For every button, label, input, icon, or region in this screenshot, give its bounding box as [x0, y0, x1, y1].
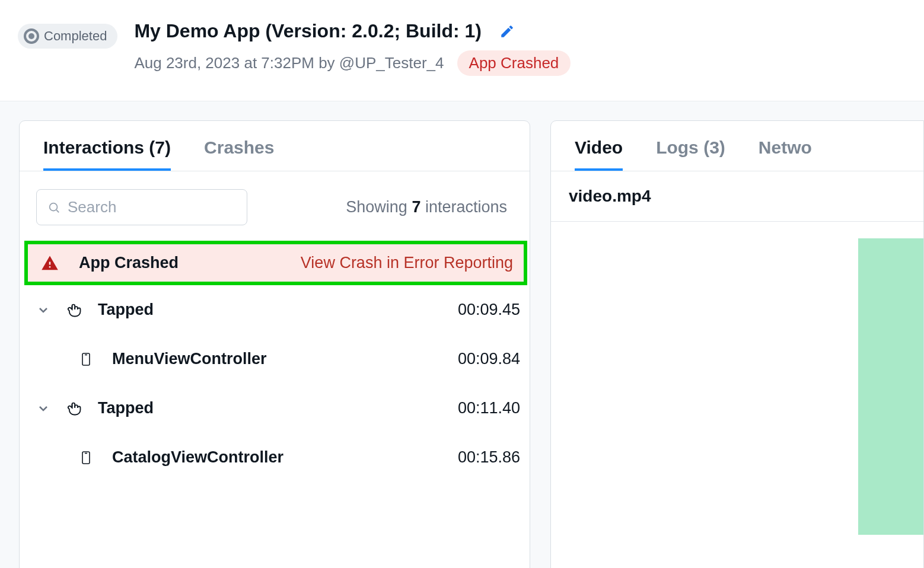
left-column: Interactions (7) Crashes Showing 7 inter…: [0, 101, 530, 568]
svg-line-1: [56, 210, 59, 212]
warning-icon: [41, 254, 59, 272]
interaction-row[interactable]: Tapped 00:11.40: [20, 384, 530, 433]
status-text: Completed: [44, 28, 107, 44]
crash-row-link[interactable]: View Crash in Error Reporting: [301, 254, 513, 272]
device-icon: [79, 449, 93, 467]
crash-row[interactable]: App Crashed View Crash in Error Reportin…: [24, 241, 527, 285]
tab-interactions[interactable]: Interactions (7): [43, 138, 171, 171]
search-icon: [47, 201, 60, 214]
interaction-rows: App Crashed View Crash in Error Reportin…: [20, 241, 530, 568]
tab-network[interactable]: Netwo: [759, 138, 812, 171]
chevron-down-icon[interactable]: [36, 401, 50, 416]
status-pill: Completed: [18, 24, 117, 49]
interaction-time: 00:09.45: [458, 301, 520, 319]
interaction-label: CatalogViewController: [112, 448, 283, 467]
video-area[interactable]: [551, 222, 923, 568]
right-tabs: Video Logs (3) Netwo: [551, 121, 923, 171]
interactions-panel: Interactions (7) Crashes Showing 7 inter…: [19, 120, 530, 568]
crash-row-title: App Crashed: [79, 254, 179, 272]
tap-icon: [66, 302, 82, 318]
left-tabs: Interactions (7) Crashes: [20, 121, 530, 171]
tab-crashes[interactable]: Crashes: [204, 138, 274, 171]
interaction-time: 00:11.40: [458, 399, 520, 417]
tap-icon: [66, 400, 82, 417]
header-main: My Demo App (Version: 2.0.2; Build: 1) A…: [134, 20, 906, 76]
search-input[interactable]: [68, 198, 236, 216]
crash-badge: App Crashed: [457, 50, 571, 76]
interaction-row[interactable]: Tapped 00:09.45: [20, 285, 530, 334]
showing-count: Showing 7 interactions: [346, 198, 507, 216]
file-row: video.mp4: [551, 171, 923, 222]
interaction-row[interactable]: MenuViewController 00:09.84: [20, 334, 530, 384]
page-header: Completed My Demo App (Version: 2.0.2; B…: [0, 0, 924, 101]
svg-point-0: [50, 203, 58, 210]
interaction-label: MenuViewController: [112, 350, 267, 368]
interaction-label: Tapped: [98, 301, 154, 319]
edit-icon[interactable]: [499, 24, 515, 39]
interaction-time: 00:15.86: [458, 448, 520, 467]
tab-video[interactable]: Video: [575, 138, 623, 171]
tab-logs[interactable]: Logs (3): [656, 138, 725, 171]
search-row: Showing 7 interactions: [20, 171, 530, 241]
interaction-time: 00:09.84: [458, 350, 520, 368]
meta-text: Aug 23rd, 2023 at 7:32PM by @UP_Tester_4: [134, 54, 444, 72]
interaction-label: Tapped: [98, 399, 154, 417]
interaction-row[interactable]: CatalogViewController 00:15.86: [20, 433, 530, 482]
right-column: Video Logs (3) Netwo video.mp4: [530, 101, 924, 568]
status-radio-icon: [24, 28, 39, 44]
media-panel: Video Logs (3) Netwo video.mp4: [550, 120, 924, 568]
file-name: video.mp4: [569, 187, 651, 205]
chevron-down-icon[interactable]: [36, 303, 50, 317]
body: Interactions (7) Crashes Showing 7 inter…: [0, 101, 924, 568]
page-title: My Demo App (Version: 2.0.2; Build: 1): [134, 20, 482, 42]
device-icon: [79, 350, 93, 368]
search-box[interactable]: [36, 189, 247, 225]
video-frame-slice: [858, 238, 923, 535]
